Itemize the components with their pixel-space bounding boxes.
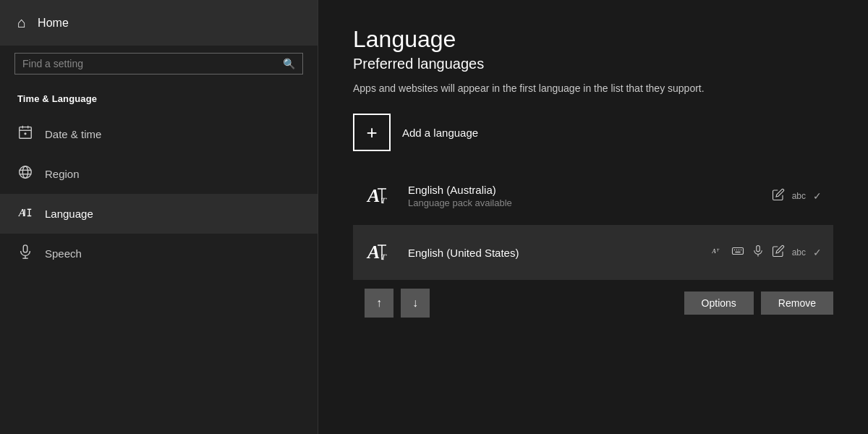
svg-text:A: A [18,207,25,218]
date-time-icon [17,124,33,144]
lang-subtext-en-au: Language pack available [408,197,760,208]
search-input[interactable] [22,58,283,69]
sidebar: ⌂ Home 🔍 Time & Language Date & time [0,0,318,434]
search-button[interactable]: 🔍 [283,58,295,69]
lang-icon-en-au: A ᵀ [365,180,396,212]
checkmark-icon-en-us: ✓ [813,247,822,258]
language-icon: A [17,204,33,224]
keyboard-icon-en-us[interactable] [731,244,744,260]
sidebar-home-label: Home [38,17,69,30]
sidebar-item-region[interactable]: Region [0,154,318,194]
sidebar-home[interactable]: ⌂ Home [0,0,318,46]
action-bar: ↑ ↓ Options Remove [353,286,833,320]
section-title: Time & Language [0,86,318,114]
main-content: Language Preferred languages Apps and we… [318,0,868,434]
lang-actions-en-au: abc ✓ [772,188,822,204]
search-container: 🔍 [0,46,318,86]
svg-point-6 [22,166,27,179]
speech-icon-en-us[interactable] [752,244,765,260]
svg-rect-32 [756,246,760,252]
sidebar-item-language-label: Language [45,208,93,220]
add-language-label: Add a language [402,127,478,139]
lang-name-en-us: English (United States) [408,247,699,259]
svg-text:ᵀ: ᵀ [379,252,387,267]
add-language-icon-box: + [353,114,391,151]
description: Apps and websites will appear in the fir… [353,81,787,96]
section-header: Preferred languages [353,56,833,72]
svg-point-5 [20,166,32,179]
svg-rect-14 [23,245,27,252]
abc-icon-en-au: abc [792,191,806,201]
sidebar-item-language[interactable]: A Language [0,194,318,234]
lang-icon-en-us: A ᵀ [365,237,396,268]
remove-button[interactable]: Remove [761,292,833,315]
abc-icon-en-us: abc [792,247,806,258]
lang-actions-en-us: Aᵀ [711,244,822,260]
page-title: Language [353,26,833,53]
sidebar-item-speech[interactable]: Speech [0,234,318,273]
speech-icon [17,244,33,263]
lang-info-en-au: English (Australia) Language pack availa… [408,184,760,208]
sidebar-item-date-time[interactable]: Date & time [0,114,318,154]
language-item-en-us[interactable]: A ᵀ English (United States) Aᵀ [353,225,833,280]
region-icon [17,164,33,184]
edit-icon-en-us[interactable] [772,244,785,260]
svg-rect-26 [732,248,743,255]
lang-info-en-us: English (United States) [408,247,699,259]
sidebar-item-speech-label: Speech [45,247,82,260]
search-box: 🔍 [14,53,303,75]
move-down-button[interactable]: ↓ [401,289,430,318]
svg-point-4 [25,133,26,135]
home-icon: ⌂ [17,14,26,31]
move-up-button[interactable]: ↑ [365,289,393,318]
lang-pack-icon-en-us: Aᵀ [711,244,724,260]
sidebar-item-date-time-label: Date & time [45,128,101,140]
lang-name-en-au: English (Australia) [408,184,760,196]
sidebar-item-region-label: Region [45,168,80,180]
plus-icon: + [366,123,377,142]
edit-icon-en-au[interactable] [772,188,785,204]
svg-text:ᵀ: ᵀ [379,196,387,210]
checkmark-icon-en-au: ✓ [813,190,822,202]
svg-text:Aᵀ: Aᵀ [711,248,719,255]
add-language-button[interactable]: + Add a language [353,114,833,151]
options-button[interactable]: Options [684,292,754,315]
language-item-en-au[interactable]: A ᵀ English (Australia) Language pack av… [353,169,833,224]
